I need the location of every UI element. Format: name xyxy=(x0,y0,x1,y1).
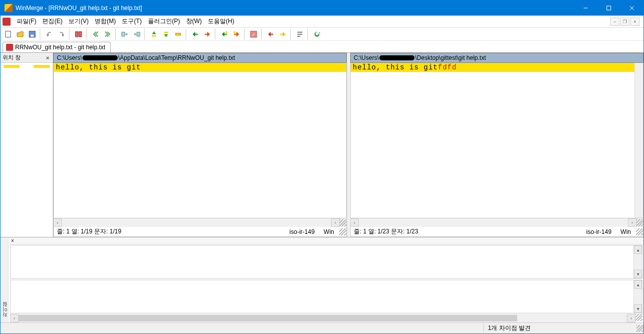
next-diff-icon[interactable] xyxy=(190,29,201,40)
svg-rect-7 xyxy=(75,32,78,37)
status-bar: 1개 차이점 발견 xyxy=(1,322,643,333)
detail-vscroll[interactable]: ▴▾ xyxy=(633,245,642,278)
resize-grip[interactable] xyxy=(636,325,643,332)
svg-rect-10 xyxy=(137,32,140,36)
save-icon[interactable] xyxy=(27,29,38,40)
prev-file-icon[interactable] xyxy=(277,29,288,40)
left-diff-line: hello, this is git xyxy=(54,63,346,72)
copy-right-icon[interactable] xyxy=(119,29,130,40)
svg-rect-4 xyxy=(6,31,11,37)
diff-detail-hscrollbar[interactable]: ‹ › xyxy=(10,314,642,322)
right-path-suffix: \Desktop\gittest\git help.txt xyxy=(415,54,486,61)
location-diff-indicator xyxy=(4,65,50,68)
location-pane-title: 위치 창 xyxy=(3,54,21,61)
redo-icon[interactable] xyxy=(56,29,67,40)
svg-rect-12 xyxy=(164,32,168,33)
open-icon[interactable] xyxy=(15,29,26,40)
prev-diff-left-icon[interactable] xyxy=(231,29,242,40)
right-hscrollbar[interactable]: ‹ › xyxy=(350,218,643,227)
left-path-suffix: \AppData\Local\Temp\RRNwOU_git help.txt xyxy=(118,54,235,61)
right-encoding: iso-ir-149 xyxy=(586,228,611,235)
scroll-right-icon: › xyxy=(331,218,340,227)
menu-help[interactable]: 도움말(H) xyxy=(205,16,237,27)
document-tabbar: RRNwOU_git help.txt - git help.txt xyxy=(1,41,643,53)
close-button[interactable] xyxy=(620,1,643,16)
left-status-row: 줄: 1 열: 1/19 문자: 1/19 iso-ir-149 Win xyxy=(53,227,347,237)
right-path-prefix: C:\Users\ xyxy=(354,54,379,61)
app-icon xyxy=(5,4,13,12)
menu-bar: 파일(F) 편집(E) 보기(V) 병합(M) 도구(T) 플러그인(P) 창(… xyxy=(1,16,643,28)
diff-all-right-icon[interactable] xyxy=(102,29,113,40)
diff-detail-left[interactable]: ▴▾ xyxy=(10,245,642,279)
right-editor[interactable]: hello, this is gitfdfd xyxy=(351,63,634,218)
mdi-restore-button[interactable]: ❐ xyxy=(620,18,629,26)
right-pane: C:\Users\\Desktop\gittest\git help.txt h… xyxy=(350,53,643,237)
work-area: 위치 창 × C:\Users\\AppData\Local\Temp\RRNw… xyxy=(1,53,643,237)
menu-edit[interactable]: 편집(E) xyxy=(39,16,65,27)
menu-view[interactable]: 보기(V) xyxy=(65,16,92,27)
diff-pane-close-icon[interactable]: × xyxy=(9,238,16,243)
toolbar: ✓ xyxy=(1,28,643,41)
scroll-left-icon: ‹ xyxy=(53,218,62,227)
current-diff-icon[interactable] xyxy=(173,29,184,40)
left-path-prefix: C:\Users\ xyxy=(57,54,82,61)
right-status-row: 줄: 1 열: 1/23 문자: 1/23 iso-ir-149 Win xyxy=(350,227,643,237)
minimize-button[interactable] xyxy=(574,1,597,16)
wrap-icon[interactable] xyxy=(294,29,305,40)
right-vscrollbar[interactable] xyxy=(634,63,643,218)
document-tab-label: RRNwOU_git help.txt - git help.txt xyxy=(15,44,105,51)
left-editor[interactable]: hello, this is git xyxy=(54,63,346,218)
svg-text:✓: ✓ xyxy=(252,32,256,37)
right-path-bar[interactable]: C:\Users\\Desktop\gittest\git help.txt xyxy=(350,53,643,63)
copy-left-icon[interactable] xyxy=(131,29,142,40)
menu-window[interactable]: 창(W) xyxy=(183,16,205,27)
right-diff-line: hello, this is gitfdfd xyxy=(351,63,634,72)
diff-detail-right[interactable]: ▴▾ xyxy=(10,280,642,313)
left-eol: Win xyxy=(324,228,334,235)
diff-pane-sidebar: 차이점 xyxy=(1,237,9,322)
diff-pane-label: 차이점 xyxy=(2,305,9,320)
diff-all-left-icon[interactable] xyxy=(90,29,101,40)
left-encoding: iso-ir-149 xyxy=(289,228,314,235)
compare-icon[interactable] xyxy=(73,29,84,40)
document-tab[interactable]: RRNwOU_git help.txt - git help.txt xyxy=(3,42,111,52)
window-controls xyxy=(574,1,643,16)
refresh-icon[interactable] xyxy=(311,29,323,40)
svg-point-14 xyxy=(225,31,227,33)
menu-plugins[interactable]: 플러그인(P) xyxy=(145,16,183,27)
location-pane-close-icon[interactable]: × xyxy=(45,55,51,61)
options-icon[interactable]: ✓ xyxy=(248,29,259,40)
detail-vscroll[interactable]: ▴▾ xyxy=(633,280,642,313)
status-diff-count: 1개 차이점 발견 xyxy=(484,324,561,332)
mdi-minimize-button[interactable]: – xyxy=(610,18,619,26)
scroll-left-icon: ‹ xyxy=(350,218,359,227)
redacted-user xyxy=(379,55,415,60)
svg-rect-9 xyxy=(122,32,125,36)
new-icon[interactable] xyxy=(3,29,14,40)
location-pane-body[interactable] xyxy=(1,63,53,237)
window-titlebar: WinMerge - [RRNwOU_git help.txt - git he… xyxy=(1,1,643,16)
mdi-close-button[interactable]: × xyxy=(630,18,639,26)
left-cursor-pos: 줄: 1 열: 1/19 문자: 1/19 xyxy=(54,227,124,236)
first-diff-icon[interactable] xyxy=(148,29,159,40)
left-path-bar[interactable]: C:\Users\\AppData\Local\Temp\RRNwOU_git … xyxy=(53,53,347,63)
undo-icon[interactable] xyxy=(44,29,55,40)
last-diff-icon[interactable] xyxy=(160,29,172,40)
menu-tools[interactable]: 도구(T) xyxy=(119,16,144,27)
svg-rect-11 xyxy=(152,35,156,37)
next-file-icon[interactable] xyxy=(265,29,276,40)
left-pane: C:\Users\\AppData\Local\Temp\RRNwOU_git … xyxy=(53,53,347,237)
redacted-user xyxy=(83,55,118,60)
location-pane: 위치 창 × xyxy=(1,53,53,237)
svg-rect-13 xyxy=(176,33,181,35)
window-title: WinMerge - [RRNwOU_git help.txt - git he… xyxy=(16,5,574,12)
left-hscrollbar[interactable]: ‹ › xyxy=(53,218,347,227)
scroll-right-icon: › xyxy=(628,218,636,227)
menu-merge[interactable]: 병합(M) xyxy=(92,16,119,27)
right-cursor-pos: 줄: 1 열: 1/23 문자: 1/23 xyxy=(351,227,421,236)
right-eol: Win xyxy=(620,228,631,235)
menu-file[interactable]: 파일(F) xyxy=(14,16,39,27)
prev-diff-icon[interactable] xyxy=(202,29,213,40)
next-diff-right-icon[interactable] xyxy=(219,29,230,40)
maximize-button[interactable] xyxy=(597,1,620,16)
